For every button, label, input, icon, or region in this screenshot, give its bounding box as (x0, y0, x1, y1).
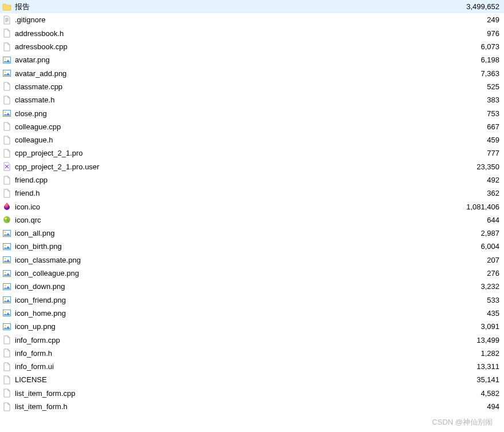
svg-point-23 (5, 324, 6, 326)
file-size: 459 (450, 136, 502, 144)
file-size: 383 (450, 96, 502, 104)
file-name: info_form.cpp (15, 336, 450, 344)
generic-file-icon (2, 389, 11, 398)
file-name: LICENSE (15, 375, 450, 384)
svg-point-5 (5, 112, 6, 113)
generic-file-icon (2, 82, 11, 91)
file-row[interactable]: friend.cpp492 (0, 173, 504, 187)
file-name: icon.ico (15, 203, 450, 211)
svg-point-21 (5, 311, 6, 313)
file-row[interactable]: info_form.ui13,311 (0, 360, 504, 373)
file-size: 1,081,406 (450, 203, 502, 211)
file-name: icon_colleague.png (15, 269, 450, 278)
file-size: 2,987 (450, 229, 502, 237)
file-name: addressbook.h (15, 29, 450, 38)
file-size: 525 (450, 82, 502, 91)
image-file-icon (2, 69, 11, 78)
image-file-icon (2, 269, 11, 278)
file-row[interactable]: icon_all.png2,987 (0, 227, 504, 240)
file-name: info_form.h (15, 349, 450, 358)
file-size: 492 (450, 176, 502, 184)
file-name: classmate.h (15, 96, 450, 104)
image-file-icon (2, 56, 11, 65)
file-name: icon_birth.png (15, 242, 450, 251)
svg-point-1 (5, 58, 6, 60)
generic-file-icon (2, 149, 11, 158)
file-row[interactable]: icon.qrc644 (0, 213, 504, 227)
file-size: 3,232 (450, 282, 502, 291)
svg-point-15 (5, 271, 6, 273)
file-row[interactable]: avatar.png6,198 (0, 53, 504, 66)
qrc-file-icon (2, 215, 11, 224)
file-size: 753 (450, 109, 502, 118)
file-size: 13,311 (450, 362, 502, 371)
file-row[interactable]: icon_colleague.png276 (0, 267, 504, 280)
file-size: 207 (450, 256, 502, 264)
file-size: 7,363 (450, 69, 502, 78)
file-row[interactable]: icon_classmate.png207 (0, 253, 504, 267)
file-name: avatar.png (15, 56, 450, 64)
file-row[interactable]: icon_home.png435 (0, 307, 504, 320)
file-size: 1,282 (450, 349, 502, 358)
file-row[interactable]: icon_down.png3,232 (0, 280, 504, 293)
file-name: icon_friend.png (15, 296, 450, 304)
file-row[interactable]: cpp_project_2_1.pro.user23,350 (0, 160, 504, 173)
file-row[interactable]: avatar_add.png7,363 (0, 66, 504, 80)
file-size: 435 (450, 309, 502, 318)
file-row[interactable]: cpp_project_2_1.pro777 (0, 146, 504, 160)
file-row[interactable]: info_form.cpp13,499 (0, 333, 504, 346)
file-row[interactable]: icon_friend.png533 (0, 294, 504, 307)
svg-point-17 (5, 285, 6, 287)
file-row[interactable]: addressbook.h976 (0, 27, 504, 40)
file-row[interactable]: colleague.h459 (0, 133, 504, 146)
generic-file-icon (2, 176, 11, 185)
generic-file-icon (2, 362, 11, 371)
file-row[interactable]: LICENSE35,141 (0, 373, 504, 386)
file-row[interactable]: classmate.cpp525 (0, 80, 504, 93)
file-row[interactable]: info_form.h1,282 (0, 347, 504, 360)
svg-point-19 (5, 298, 6, 300)
image-file-icon (2, 255, 11, 264)
file-row[interactable]: 报告3,499,652 (0, 0, 504, 13)
file-size: 6,004 (450, 242, 502, 251)
file-size: 533 (450, 296, 502, 304)
generic-file-icon (2, 335, 11, 344)
file-row[interactable]: icon.ico1,081,406 (0, 200, 504, 213)
generic-file-icon (2, 29, 11, 38)
file-name: icon_home.png (15, 309, 450, 318)
generic-file-icon (2, 122, 11, 131)
image-file-icon (2, 229, 11, 238)
file-size: 35,141 (450, 375, 502, 384)
file-row[interactable]: adressbook.cpp6,073 (0, 40, 504, 53)
file-row[interactable]: close.png753 (0, 106, 504, 120)
file-name: colleague.h (15, 136, 450, 144)
file-name: list_item_form.h (15, 402, 450, 411)
file-name: icon_up.png (15, 322, 450, 331)
file-row[interactable]: list_item_form.h494 (0, 400, 504, 413)
file-size: 644 (450, 216, 502, 224)
file-size: 494 (450, 402, 502, 411)
file-name: icon_all.png (15, 229, 450, 237)
file-row[interactable]: colleague.cpp667 (0, 120, 504, 133)
file-name: friend.h (15, 189, 450, 197)
folder-icon (2, 2, 11, 11)
image-file-icon (2, 109, 11, 118)
file-row[interactable]: icon_birth.png6,004 (0, 240, 504, 253)
file-row[interactable]: classmate.h383 (0, 93, 504, 106)
file-name: icon.qrc (15, 216, 450, 224)
generic-file-icon (2, 96, 11, 105)
file-size: 777 (450, 149, 502, 157)
file-row[interactable]: icon_up.png3,091 (0, 320, 504, 333)
generic-file-icon (2, 375, 11, 385)
file-row[interactable]: friend.h362 (0, 187, 504, 200)
file-name: cpp_project_2_1.pro (15, 149, 450, 157)
generic-file-icon (2, 402, 11, 411)
file-list: 报告3,499,652.gitignore249addressbook.h976… (0, 0, 504, 413)
generic-file-icon (2, 189, 11, 198)
file-name: icon_classmate.png (15, 256, 450, 264)
file-row[interactable]: .gitignore249 (0, 13, 504, 26)
file-row[interactable]: list_item_form.cpp4,582 (0, 387, 504, 400)
file-name: friend.cpp (15, 176, 450, 184)
svg-point-9 (5, 231, 6, 233)
svg-point-3 (5, 72, 6, 73)
